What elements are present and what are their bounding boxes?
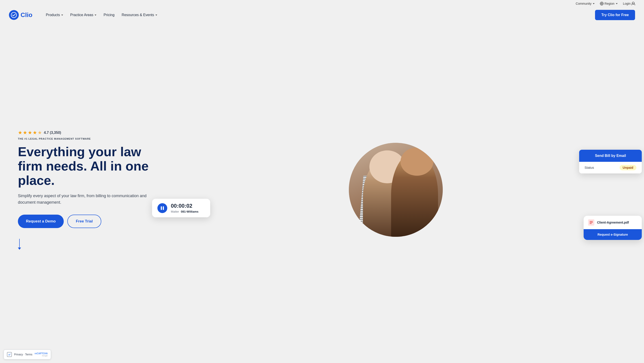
hero-visual: 00:00:02 Matter 081-Williams Send Bill b… xyxy=(156,127,635,252)
free-trial-button[interactable]: Free Trial xyxy=(67,215,101,228)
pdf-lines xyxy=(590,221,593,224)
recaptcha-logo-area: reCAPTCHA Google xyxy=(35,352,48,357)
status-row: Status Unpaid xyxy=(579,162,642,173)
timer-display: 00:00:02 xyxy=(171,203,198,209)
timer-card: 00:00:02 Matter 081-Williams xyxy=(152,199,210,217)
main-navbar: Clio Products Practice Areas Pricing Res… xyxy=(0,7,644,23)
nav-links: Products Practice Areas Pricing Resource… xyxy=(43,11,588,19)
pause-bar-left xyxy=(161,206,162,210)
status-label: Status xyxy=(584,166,594,169)
rating-row: ★ ★ ★ ★ ★ 4.7 (3,350) xyxy=(18,130,156,136)
document-filename: Client-Agreement.pdf xyxy=(597,221,629,224)
resources-events-label: Resources & Events xyxy=(122,13,154,17)
region-label: Region xyxy=(604,2,614,5)
separator: · xyxy=(24,353,24,356)
nav-pricing[interactable]: Pricing xyxy=(101,11,117,19)
document-row: Client-Agreement.pdf xyxy=(584,216,642,229)
community-label: Community xyxy=(576,2,592,5)
nav-products[interactable]: Products xyxy=(43,11,66,19)
arrow-line xyxy=(19,239,20,248)
matter-value: 081-Williams xyxy=(181,210,198,213)
hero-section: ★ ★ ★ ★ ★ 4.7 (3,350) THE #1 LEGAL PRACT… xyxy=(0,23,644,361)
nav-practice-areas[interactable]: Practice Areas xyxy=(68,11,99,19)
hero-title: Everything your law firm needs. All in o… xyxy=(18,145,156,187)
star-3: ★ xyxy=(28,130,32,136)
arrow-head-icon xyxy=(18,247,21,250)
star-4: ★ xyxy=(33,130,37,136)
logo-text: Clio xyxy=(20,12,32,19)
star-rating: ★ ★ ★ ★ ★ xyxy=(18,130,42,136)
region-menu[interactable]: Region xyxy=(600,2,618,5)
recaptcha-checkbox[interactable] xyxy=(7,352,12,357)
doc-line-1 xyxy=(590,221,593,222)
top-utility-bar: Community Region Login xyxy=(0,0,644,7)
pause-icon xyxy=(161,206,164,210)
scroll-arrow[interactable] xyxy=(18,239,21,250)
practice-areas-chevron-icon xyxy=(94,15,96,16)
rating-text: 4.7 (3,350) xyxy=(44,131,61,135)
recaptcha-widget: Privacy · Terms reCAPTCHA Google xyxy=(4,349,51,359)
send-bill-card: Send Bill by Email Status Unpaid xyxy=(579,150,642,173)
logo[interactable]: Clio xyxy=(9,10,32,20)
doc-line-2 xyxy=(590,222,593,223)
star-1: ★ xyxy=(18,130,22,136)
request-esignature-button[interactable]: Request e-Signature xyxy=(584,229,642,240)
pause-bar-right xyxy=(163,206,164,210)
products-label: Products xyxy=(46,13,60,17)
nav-resources-events[interactable]: Resources & Events xyxy=(119,11,160,19)
community-menu[interactable]: Community xyxy=(576,2,595,5)
resources-chevron-icon xyxy=(156,15,157,16)
send-bill-button[interactable]: Send Bill by Email xyxy=(579,150,642,162)
hero-buttons: Request a Demo Free Trial xyxy=(18,215,156,228)
document-icon xyxy=(588,219,594,226)
community-chevron-icon xyxy=(593,3,594,4)
people-photo xyxy=(349,143,443,237)
timer-content: 00:00:02 Matter 081-Williams xyxy=(171,203,198,213)
products-chevron-icon xyxy=(61,15,63,16)
person-2-face xyxy=(400,148,433,176)
star-5-half: ★ xyxy=(38,130,42,136)
hero-subtitle: THE #1 LEGAL PRACTICE MANAGEMENT SOFTWAR… xyxy=(18,137,156,140)
user-icon xyxy=(632,2,635,5)
matter-label: Matter xyxy=(171,210,179,213)
terms-link[interactable]: Terms xyxy=(25,353,32,356)
unpaid-badge: Unpaid xyxy=(620,165,636,170)
pdf-icon-bg xyxy=(588,219,594,226)
pause-button[interactable] xyxy=(158,203,167,213)
pricing-label: Pricing xyxy=(104,13,114,17)
svg-point-0 xyxy=(11,12,16,18)
logo-icon xyxy=(9,10,19,20)
globe-icon xyxy=(600,2,604,5)
try-clio-button[interactable]: Try Clio for Free xyxy=(595,10,635,20)
request-demo-button[interactable]: Request a Demo xyxy=(18,215,64,228)
login-link[interactable]: Login xyxy=(623,2,635,5)
hero-photo-circle xyxy=(349,143,443,237)
region-chevron-icon xyxy=(616,3,618,4)
matter-row: Matter 081-Williams xyxy=(171,210,198,213)
star-2: ★ xyxy=(23,130,27,136)
doc-line-3 xyxy=(590,223,592,224)
hero-content: ★ ★ ★ ★ ★ 4.7 (3,350) THE #1 LEGAL PRACT… xyxy=(18,130,156,250)
privacy-link[interactable]: Privacy xyxy=(14,353,23,356)
document-card: Client-Agreement.pdf Request e-Signature xyxy=(584,216,642,240)
recaptcha-branding: Google xyxy=(42,355,48,357)
login-label: Login xyxy=(623,2,630,5)
recaptcha-text: Privacy · Terms xyxy=(14,353,32,356)
recaptcha-logo: reCAPTCHA xyxy=(35,352,48,355)
practice-areas-label: Practice Areas xyxy=(70,13,93,17)
hero-description: Simplify every aspect of your law firm, … xyxy=(18,193,156,206)
